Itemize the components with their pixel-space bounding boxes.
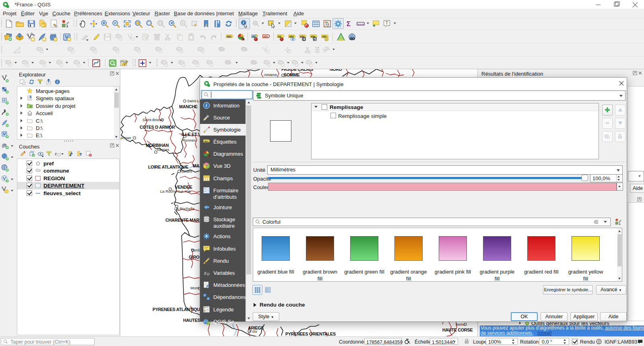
svg-text:abc: abc (289, 35, 294, 38)
svg-text:uimper: uimper (120, 136, 131, 140)
svg-text:MA: MA (193, 163, 200, 168)
svg-text:MANCHE: MANCHE (179, 104, 198, 109)
svg-text:Vannes: Vannes (157, 147, 169, 152)
svg-text:Nantes: Nantes (180, 169, 192, 173)
svg-text:Σ: Σ (347, 20, 351, 28)
svg-text:ε: ε (204, 270, 207, 276)
svg-text:La Roche-sur-Yon: La Roche-sur-Yon (160, 189, 191, 194)
svg-text:ILLE ET V: ILLE ET V (182, 132, 201, 137)
svg-text:ab: ab (252, 35, 256, 38)
svg-text:CHARENTE MARI: CHARENTE MARI (165, 218, 200, 222)
svg-text:COTES D ARMOR: COTES D ARMOR (140, 125, 175, 130)
svg-text:i: i (243, 21, 244, 25)
svg-text:1:1: 1:1 (159, 22, 162, 25)
svg-text:SOMME: SOMME (284, 72, 299, 77)
svg-text:Saint-Brieuc: Saint-Brieuc (142, 117, 163, 122)
svg-text:PYRENEES ORIENTALES: PYRENEES ORIENTALES (285, 332, 336, 336)
svg-text:abc: abc (227, 35, 232, 38)
svg-text:abc: abc (204, 140, 208, 142)
svg-text:HAUTES: HAUTES (183, 318, 200, 323)
svg-text:T: T (386, 21, 388, 25)
svg-text:PYRENEES ATLANTIQU: PYRENEES ATLANTIQU (153, 307, 200, 312)
svg-text:a: a (66, 25, 68, 28)
svg-text:ε: ε (55, 151, 57, 156)
svg-text:ab: ab (278, 35, 281, 38)
svg-text:HAUTE CORSE: HAUTE CORSE (442, 327, 473, 332)
svg-text:a: a (619, 222, 621, 225)
svg-text:Rennes: Rennes (183, 138, 196, 142)
svg-text:Foix: Foix (250, 329, 257, 334)
svg-text:Amiens: Amiens (264, 72, 277, 77)
svg-text:La Rochelle: La Rochelle (174, 206, 194, 211)
svg-text:abc: abc (264, 35, 268, 38)
svg-text:PAS DE CALAIS: PAS DE CALAIS (281, 69, 313, 72)
svg-text:NORD: NORD (330, 69, 342, 72)
svg-text:Bastia: Bastia (456, 323, 465, 326)
